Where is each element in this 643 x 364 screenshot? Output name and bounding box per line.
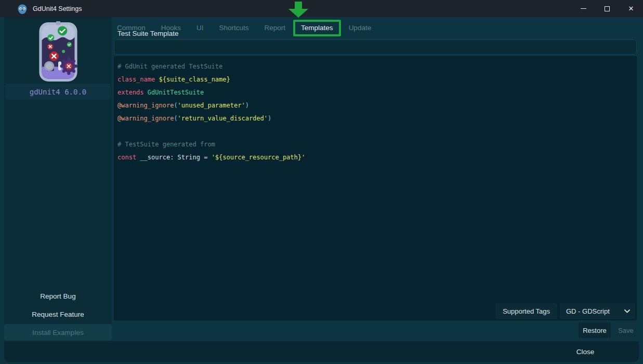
tab-templates[interactable]: Templates bbox=[293, 20, 341, 36]
annotation-arrow-down-icon bbox=[288, 2, 308, 18]
godot-app-icon bbox=[17, 4, 28, 14]
window-title: GdUnit4 Settings bbox=[33, 5, 82, 12]
code-area: # GdUnit generated TestSuiteclass_name $… bbox=[114, 56, 637, 164]
template-code-editor[interactable]: # GdUnit generated TestSuiteclass_name $… bbox=[114, 56, 637, 320]
code-line: class_name ${suite_class_name} bbox=[117, 73, 637, 86]
report-bug-button[interactable]: Report Bug bbox=[4, 289, 112, 303]
restore-button[interactable]: Restore bbox=[579, 322, 611, 338]
tab-update[interactable]: Update bbox=[341, 21, 379, 35]
tab-shortcuts[interactable]: Shortcuts bbox=[212, 21, 257, 35]
code-line: @warning_ignore('return_value_discarded'… bbox=[117, 112, 637, 125]
editor-footer: Supported Tags GD - GDScript bbox=[495, 303, 635, 319]
tab-report[interactable]: Report bbox=[257, 21, 294, 35]
close-dialog-button[interactable]: Close bbox=[565, 345, 606, 358]
language-dropdown[interactable]: GD - GDScript bbox=[560, 303, 635, 319]
tab-hooks[interactable]: Hooks bbox=[153, 21, 189, 35]
close-icon: ✕ bbox=[628, 5, 634, 12]
close-window-button[interactable]: ✕ bbox=[619, 0, 643, 17]
code-line: # GdUnit generated TestSuite bbox=[117, 60, 637, 73]
version-label: gdUnit4 6.0.0 bbox=[30, 88, 87, 96]
code-line bbox=[117, 125, 637, 138]
maximize-icon bbox=[605, 6, 610, 11]
titlebar: GdUnit4 Settings ✕ bbox=[0, 0, 643, 17]
sidebar: gdUnit4 6.0.0 Report Bug Request Feature… bbox=[4, 17, 112, 341]
maximize-button[interactable] bbox=[595, 0, 619, 17]
window-controls: ✕ bbox=[571, 0, 643, 17]
code-line: const __source: String = '${source_resou… bbox=[117, 151, 637, 164]
template-toolbar-panel bbox=[114, 39, 637, 55]
code-line: @warning_ignore('unused_parameter') bbox=[117, 99, 637, 112]
chevron-down-icon bbox=[624, 309, 630, 313]
settings-tab-bar: Common Hooks UI Shortcuts Report Templat… bbox=[109, 21, 379, 35]
install-examples-button[interactable]: Install Examples bbox=[4, 324, 112, 341]
gdunit4-logo bbox=[31, 21, 85, 85]
request-feature-button[interactable]: Request Feature bbox=[4, 307, 112, 321]
language-dropdown-value: GD - GDScript bbox=[566, 307, 610, 315]
supported-tags-button[interactable]: Supported Tags bbox=[495, 303, 557, 319]
tab-ui[interactable]: UI bbox=[189, 21, 212, 35]
minimize-button[interactable] bbox=[571, 0, 595, 17]
save-button[interactable]: Save bbox=[615, 322, 637, 338]
tab-common[interactable]: Common bbox=[109, 21, 153, 35]
minimize-icon bbox=[581, 8, 586, 9]
gdunit4-settings-window: GdUnit4 Settings ✕ Common Hooks UI Short… bbox=[0, 0, 643, 364]
code-line: # TestSuite generated from bbox=[117, 138, 637, 151]
dialog-bottom-bar: Close bbox=[4, 341, 639, 362]
code-line: extends GdUnitTestSuite bbox=[117, 86, 637, 99]
version-badge: gdUnit4 6.0.0 bbox=[5, 84, 111, 100]
